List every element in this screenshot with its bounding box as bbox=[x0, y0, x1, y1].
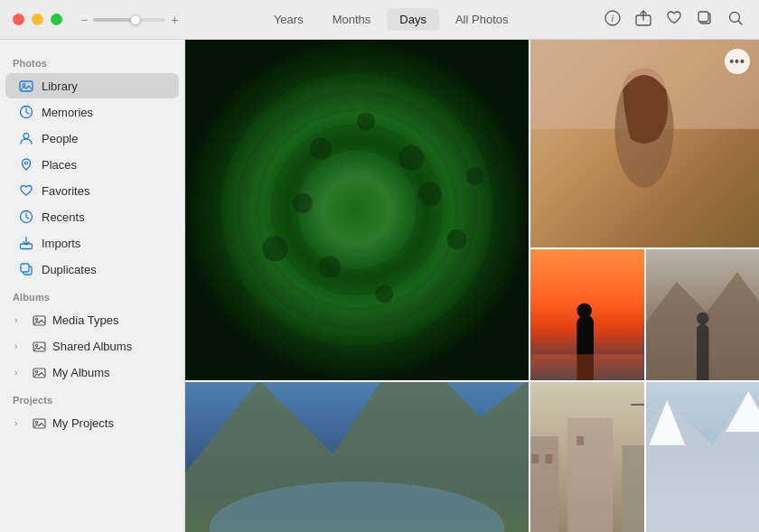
zoom-slider-thumb bbox=[130, 14, 141, 25]
tab-days[interactable]: Days bbox=[387, 8, 439, 31]
my-albums-icon bbox=[31, 364, 47, 380]
svg-point-32 bbox=[417, 182, 441, 206]
titlebar: − + Years Months Days All Photos i bbox=[0, 0, 759, 40]
places-icon bbox=[18, 156, 34, 173]
svg-point-11 bbox=[25, 162, 28, 164]
photo-woman-mountains[interactable] bbox=[646, 249, 760, 380]
svg-point-46 bbox=[697, 313, 708, 324]
svg-point-19 bbox=[35, 344, 37, 346]
maximize-button[interactable] bbox=[51, 14, 62, 25]
chevron-media-types-icon: › bbox=[14, 315, 25, 325]
svg-point-8 bbox=[23, 84, 25, 87]
zoom-minus-icon[interactable]: − bbox=[80, 13, 88, 27]
my-projects-label: My Projects bbox=[52, 416, 114, 430]
favorites-icon bbox=[18, 182, 34, 199]
duplicates-label: Duplicates bbox=[42, 263, 97, 276]
zoom-slider[interactable] bbox=[93, 18, 165, 22]
photo-area: ••• bbox=[185, 40, 759, 532]
sidebar-item-places[interactable]: Places bbox=[5, 152, 179, 177]
sidebar-group-shared-albums[interactable]: › Shared Albums bbox=[5, 333, 179, 359]
svg-rect-52 bbox=[530, 436, 558, 532]
svg-point-36 bbox=[262, 236, 287, 261]
photo-sunset-couple[interactable] bbox=[530, 249, 644, 380]
svg-point-34 bbox=[375, 285, 393, 303]
sidebar-section-photos-label: Photos bbox=[0, 49, 184, 72]
photo-snow-mountains[interactable] bbox=[646, 382, 760, 532]
close-button[interactable] bbox=[13, 14, 24, 25]
svg-text:i: i bbox=[612, 14, 614, 23]
tab-months[interactable]: Months bbox=[320, 8, 384, 31]
main-content: Photos Library Memories bbox=[0, 40, 759, 532]
svg-point-30 bbox=[398, 145, 424, 171]
shared-albums-label: Shared Albums bbox=[52, 340, 132, 353]
svg-point-31 bbox=[293, 193, 313, 213]
sidebar-group-my-projects[interactable]: › My Projects bbox=[5, 410, 179, 435]
people-icon bbox=[18, 130, 34, 146]
favorites-label: Favorites bbox=[42, 184, 89, 198]
photo-old-city[interactable] bbox=[530, 382, 644, 532]
sidebar-section-albums-label: Albums bbox=[0, 283, 184, 306]
svg-rect-15 bbox=[21, 264, 29, 272]
sidebar-item-imports[interactable]: Imports bbox=[5, 230, 179, 256]
photo-grid: ••• bbox=[185, 40, 759, 532]
svg-point-33 bbox=[319, 256, 341, 277]
memories-icon bbox=[18, 104, 34, 120]
svg-point-21 bbox=[35, 370, 37, 372]
svg-point-5 bbox=[730, 12, 740, 22]
sidebar-item-recents[interactable]: Recents bbox=[5, 204, 179, 229]
svg-point-29 bbox=[357, 112, 375, 130]
svg-point-35 bbox=[447, 229, 467, 249]
window-controls bbox=[0, 14, 62, 25]
svg-point-17 bbox=[35, 318, 37, 320]
duplicate-icon[interactable] bbox=[696, 10, 714, 30]
memories-label: Memories bbox=[42, 106, 93, 119]
sidebar-item-favorites[interactable]: Favorites bbox=[5, 178, 179, 203]
svg-rect-55 bbox=[531, 454, 539, 463]
zoom-control: − + bbox=[80, 13, 178, 27]
places-label: Places bbox=[42, 158, 77, 172]
media-types-icon bbox=[31, 312, 47, 328]
svg-point-43 bbox=[576, 303, 591, 318]
more-options-button[interactable]: ••• bbox=[725, 49, 750, 74]
svg-point-37 bbox=[466, 167, 484, 185]
recents-label: Recents bbox=[42, 210, 85, 224]
chevron-my-projects-icon: › bbox=[14, 418, 25, 428]
sidebar-item-memories[interactable]: Memories bbox=[5, 99, 179, 125]
favorite-icon[interactable] bbox=[665, 10, 683, 30]
sidebar-item-duplicates[interactable]: Duplicates bbox=[5, 257, 179, 282]
svg-rect-44 bbox=[530, 354, 644, 380]
chevron-my-albums-icon: › bbox=[14, 368, 25, 378]
svg-point-28 bbox=[310, 138, 332, 160]
share-icon[interactable] bbox=[634, 10, 652, 30]
zoom-plus-icon[interactable]: + bbox=[171, 13, 178, 27]
sidebar-item-people[interactable]: People bbox=[5, 126, 179, 151]
search-icon[interactable] bbox=[726, 10, 745, 30]
photo-forest[interactable] bbox=[185, 40, 529, 380]
svg-point-10 bbox=[23, 134, 29, 139]
photo-mountain-lake[interactable] bbox=[185, 382, 529, 532]
svg-point-23 bbox=[35, 421, 37, 423]
tab-allphotos[interactable]: All Photos bbox=[443, 8, 521, 31]
sidebar-item-library[interactable]: Library bbox=[5, 73, 179, 98]
shared-albums-icon bbox=[31, 338, 47, 354]
sidebar: Photos Library Memories bbox=[0, 40, 185, 532]
svg-rect-57 bbox=[576, 436, 584, 445]
people-label: People bbox=[42, 132, 78, 145]
my-albums-label: My Albums bbox=[52, 366, 110, 379]
media-types-label: Media Types bbox=[52, 313, 118, 327]
duplicates-icon bbox=[18, 261, 34, 277]
tab-years[interactable]: Years bbox=[261, 8, 316, 31]
svg-rect-53 bbox=[567, 418, 613, 532]
imports-icon bbox=[18, 235, 34, 251]
svg-line-6 bbox=[739, 21, 743, 24]
photo-woman[interactable]: ••• bbox=[530, 40, 759, 247]
recents-icon bbox=[18, 209, 34, 225]
sidebar-group-media-types[interactable]: › Media Types bbox=[5, 307, 179, 332]
sidebar-group-my-albums[interactable]: › My Albums bbox=[5, 359, 179, 385]
minimize-button[interactable] bbox=[32, 14, 43, 25]
chevron-shared-albums-icon: › bbox=[14, 341, 25, 351]
library-icon bbox=[18, 78, 34, 94]
svg-rect-54 bbox=[622, 445, 643, 532]
info-icon[interactable]: i bbox=[604, 10, 622, 30]
library-label: Library bbox=[42, 79, 78, 93]
